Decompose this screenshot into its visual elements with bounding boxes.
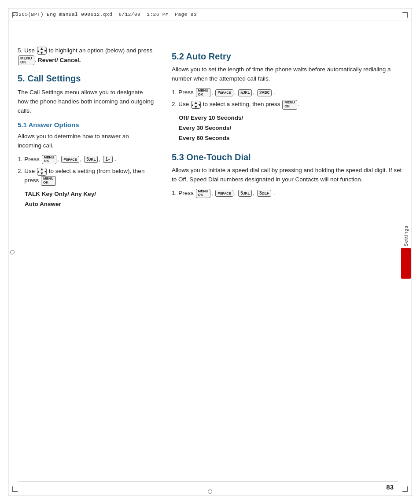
auto-retry-step-num-1: 1. xyxy=(172,88,177,97)
menu-ok-key-1: MENUOK xyxy=(42,155,57,165)
option-auto-answer: Auto Answer xyxy=(25,201,61,207)
step-num-2: 2. xyxy=(18,167,22,176)
answer-options-steps: 1. Press MENUOK, # SPACE, 5 JKL, 1 ∞ . 2… xyxy=(18,155,154,186)
auto-retry-step1-content: Press MENUOK, # SPACE, 5 JKL, 2 ABC . xyxy=(178,88,402,98)
one-touch-dial-heading: 5.3 One-Touch Dial xyxy=(172,152,402,162)
otd-step-num-1: 1. xyxy=(172,189,177,198)
header-page: Page 83 xyxy=(175,12,197,17)
option-30sec: Every 30 Seconds/ xyxy=(179,125,231,131)
left-column: 5. Use ▲▼ to highlight an option (below)… xyxy=(18,24,167,480)
auto-retry-steps: 1. Press MENUOK, # SPACE, 5 JKL, 2 ABC .… xyxy=(172,88,402,110)
header-time: 1:26 PM xyxy=(147,12,169,17)
one-key-1: 1 ∞ xyxy=(103,156,113,163)
header-separator3 xyxy=(169,12,175,17)
page-number: 83 xyxy=(386,483,394,491)
five-jkl-key-1: 5 JKL xyxy=(84,156,98,163)
two-abc-key-ar1: 2 ABC xyxy=(257,89,272,96)
answer-options-desc: Allows you to determine how to answer an… xyxy=(18,132,154,151)
one-touch-dial-steps: 1. Press MENUOK, # SPACE, 5 JKL, 3 DEF . xyxy=(172,189,402,199)
settings-bar xyxy=(401,248,411,279)
settings-label-text: Settings xyxy=(403,225,409,246)
five-jkl-key-otd1: 5 JKL xyxy=(238,190,252,197)
revert-cancel-text: Revert/ Cancel. xyxy=(38,56,81,63)
step5-intro: 5. Use ▲▼ to highlight an option (below)… xyxy=(18,46,154,65)
auto-retry-desc: Allows you to set the length of time the… xyxy=(172,65,402,84)
one-touch-dial-desc: Allows you to initiate a speed dial call… xyxy=(172,166,402,184)
auto-retry-step2-content: Use ▲▼ to select a setting, then press M… xyxy=(178,100,402,110)
otd-step1-content: Press MENUOK, # SPACE, 5 JKL, 3 DEF . xyxy=(178,189,402,199)
header-separator2 xyxy=(140,12,147,17)
answer-options-step2: 2. Use ▲▼ to select a setting (from belo… xyxy=(18,167,154,186)
auto-retry-step-num-2: 2. xyxy=(172,100,177,109)
hash-space-key-1: # SPACE xyxy=(61,156,79,163)
header-bar: LG265(BPT)_Eng_manual_090612.qxd 6/12/09… xyxy=(8,8,412,21)
right-column: 5.2 Auto Retry Allows you to set the len… xyxy=(167,24,402,480)
header-date: 6/12/09 xyxy=(118,12,140,17)
menu-ok-key-ar2: MENUOK xyxy=(282,100,297,110)
nav-key-2: ▲▼ xyxy=(37,168,47,176)
option-60sec: Every 60 Seconds xyxy=(179,135,230,141)
step2-content: Use ▲▼ to select a setting (from below),… xyxy=(24,167,154,186)
option-off: Off/ Every 10 Seconds/ xyxy=(179,114,243,121)
side-circle-left xyxy=(10,250,15,254)
one-touch-dial-step1: 1. Press MENUOK, # SPACE, 5 JKL, 3 DEF . xyxy=(172,189,402,199)
call-settings-heading: 5. Call Settings xyxy=(18,73,154,84)
hash-space-key-otd1: # SPACE xyxy=(215,190,233,197)
answer-options-step1: 1. Press MENUOK, # SPACE, 5 JKL, 1 ∞ . xyxy=(18,155,154,165)
nav-key-ar2: ▲▼ xyxy=(191,101,201,109)
menu-ok-key-otd1: MENUOK xyxy=(196,189,211,199)
menu-ok-key-2: MENUOK xyxy=(41,176,56,186)
auto-retry-step2: 2. Use ▲▼ to select a setting, then pres… xyxy=(172,100,402,110)
side-circle-bottom xyxy=(208,489,212,494)
auto-retry-step1: 1. Press MENUOK, # SPACE, 5 JKL, 2 ABC . xyxy=(172,88,402,98)
auto-retry-heading: 5.2 Auto Retry xyxy=(172,52,402,62)
bottom-line xyxy=(18,482,398,482)
five-jkl-key-ar1: 5 JKL xyxy=(238,89,252,96)
menu-ok-key-intro: MENUOK xyxy=(18,55,34,65)
option-talk-key: TALK Key Only/ Any Key/ xyxy=(25,191,96,197)
answer-options-heading: 5.1 Answer Options xyxy=(18,121,154,129)
corner-mark-bl xyxy=(12,486,18,492)
menu-ok-key-ar1: MENUOK xyxy=(196,88,211,98)
corner-mark-br xyxy=(402,486,408,492)
nav-key-intro: ▲▼ xyxy=(37,47,47,55)
header-filename: LG265(BPT)_Eng_manual_090612.qxd xyxy=(12,12,112,17)
hash-space-key-ar1: # SPACE xyxy=(215,89,233,96)
header-separator1 xyxy=(112,12,118,17)
auto-retry-options-list: Off/ Every 10 Seconds/ Every 30 Seconds/… xyxy=(179,113,402,143)
call-settings-desc: The Call Settings menu allows you to des… xyxy=(18,88,154,116)
step-num-1: 1. xyxy=(18,155,22,164)
step1-content: Press MENUOK, # SPACE, 5 JKL, 1 ∞ . xyxy=(24,155,154,165)
answer-options-list: TALK Key Only/ Any Key/ Auto Answer xyxy=(25,189,154,210)
content-area: 5. Use ▲▼ to highlight an option (below)… xyxy=(18,24,402,480)
three-def-key-otd1: 3 DEF xyxy=(257,190,271,197)
